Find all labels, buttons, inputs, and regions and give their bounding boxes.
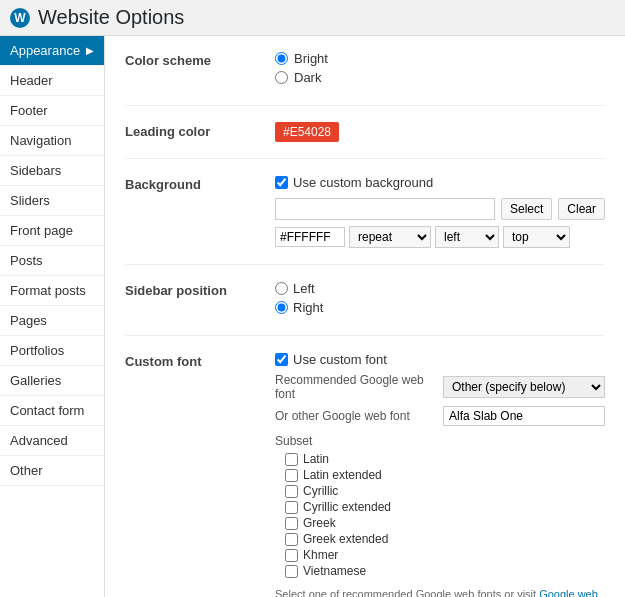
sidebar-item-footer[interactable]: Footer (0, 96, 104, 126)
sidebar-item-contact-form[interactable]: Contact form (0, 396, 104, 426)
recommended-font-select[interactable]: Other (specify below) Open Sans Roboto L… (443, 376, 605, 398)
sidebar-item-galleries[interactable]: Galleries (0, 366, 104, 396)
bg-select-button[interactable]: Select (501, 198, 552, 220)
color-scheme-label: Color scheme (125, 51, 275, 68)
subset-cyrillic-extended-text: Cyrillic extended (303, 500, 391, 514)
sidebar-item-front-page[interactable]: Front page (0, 216, 104, 246)
color-scheme-bright-text: Bright (294, 51, 328, 66)
color-scheme-dark-radio[interactable] (275, 71, 288, 84)
sidebar-item-navigation[interactable]: Navigation (0, 126, 104, 156)
subset-latin: Latin (285, 452, 605, 466)
sidebar-position-content: Left Right (275, 281, 605, 319)
sidebar-position-left-radio[interactable] (275, 282, 288, 295)
background-row: Background Use custom background Select … (125, 175, 605, 265)
subset-cyrillic-checkbox[interactable] (285, 485, 298, 498)
color-scheme-bright-label[interactable]: Bright (275, 51, 605, 66)
color-scheme-row: Color scheme Bright Dark (125, 51, 605, 106)
color-scheme-dark-label[interactable]: Dark (275, 70, 605, 85)
page-wrapper: W Website Options Appearance▶HeaderFoote… (0, 0, 625, 597)
sidebar-pos-left-text: Left (293, 281, 315, 296)
sidebar-item-posts[interactable]: Posts (0, 246, 104, 276)
bg-hex-input[interactable] (275, 227, 345, 247)
color-scheme-dark-text: Dark (294, 70, 321, 85)
subset-cyrillic: Cyrillic (285, 484, 605, 498)
bg-position-y-select[interactable]: top center bottom (503, 226, 570, 248)
subset-cyrillic-extended: Cyrillic extended (285, 500, 605, 514)
sidebar-pos-right-text: Right (293, 300, 323, 315)
leading-color-badge[interactable]: #E54028 (275, 122, 339, 142)
leading-color-label: Leading color (125, 122, 275, 139)
subset-khmer-checkbox[interactable] (285, 549, 298, 562)
subset-latin-extended-text: Latin extended (303, 468, 382, 482)
use-custom-font-label[interactable]: Use custom font (275, 352, 605, 367)
sidebar-position-label: Sidebar position (125, 281, 275, 298)
color-scheme-bright-radio[interactable] (275, 52, 288, 65)
sidebar-arrow-icon: ▶ (86, 45, 94, 56)
subset-vietnamese-checkbox[interactable] (285, 565, 298, 578)
bg-url-input[interactable] (275, 198, 495, 220)
wp-icon: W (10, 8, 30, 28)
leading-color-content: #E54028 (275, 122, 605, 142)
bg-options-row: repeat no-repeat repeat-x repeat-y left … (275, 226, 605, 248)
custom-font-label: Custom font (125, 352, 275, 369)
other-font-label: Or other Google web font (275, 409, 433, 423)
sidebar-item-header[interactable]: Header (0, 66, 104, 96)
subset-greek-text: Greek (303, 516, 336, 530)
use-custom-font-checkbox[interactable] (275, 353, 288, 366)
subset-greek-extended-checkbox[interactable] (285, 533, 298, 546)
subset-greek-extended-text: Greek extended (303, 532, 388, 546)
subset-label: Subset (275, 434, 605, 448)
subset-greek: Greek (285, 516, 605, 530)
sidebar-nav: Appearance▶HeaderFooterNavigationSidebar… (0, 36, 105, 597)
sidebar-item-sliders[interactable]: Sliders (0, 186, 104, 216)
sidebar-item-portfolios[interactable]: Portfolios (0, 336, 104, 366)
sidebar-item-format-posts[interactable]: Format posts (0, 276, 104, 306)
background-content: Use custom background Select Clear repea… (275, 175, 605, 248)
other-font-input[interactable] (443, 406, 605, 426)
bg-repeat-select[interactable]: repeat no-repeat repeat-x repeat-y (349, 226, 431, 248)
subset-khmer-text: Khmer (303, 548, 338, 562)
bg-upload-row: Select Clear (275, 198, 605, 220)
recommended-font-label: Recommended Google web font (275, 373, 433, 401)
sidebar-item-pages[interactable]: Pages (0, 306, 104, 336)
sidebar-position-right-radio[interactable] (275, 301, 288, 314)
color-scheme-content: Bright Dark (275, 51, 605, 89)
bg-position-x-select[interactable]: left center right (435, 226, 499, 248)
leading-color-row: Leading color #E54028 (125, 122, 605, 159)
custom-font-row: Custom font Use custom font Recommended … (125, 352, 605, 597)
wp-icon-letter: W (14, 11, 25, 25)
sidebar-position-left-label[interactable]: Left (275, 281, 605, 296)
page-title: Website Options (38, 6, 184, 29)
subset-vietnamese: Vietnamese (285, 564, 605, 578)
subset-cyrillic-text: Cyrillic (303, 484, 338, 498)
sidebar-item-other[interactable]: Other (0, 456, 104, 486)
custom-font-content: Use custom font Recommended Google web f… (275, 352, 605, 597)
subset-latin-checkbox[interactable] (285, 453, 298, 466)
subset-latin-extended: Latin extended (285, 468, 605, 482)
subset-latin-text: Latin (303, 452, 329, 466)
page-header: W Website Options (0, 0, 625, 36)
use-custom-font-text: Use custom font (293, 352, 387, 367)
note-before: Select one of recommended Google web fon… (275, 588, 539, 597)
sidebar-position-right-label[interactable]: Right (275, 300, 605, 315)
subset-checks: Latin Latin extended Cyrillic (285, 452, 605, 578)
subset-khmer: Khmer (285, 548, 605, 562)
main-content: Appearance▶HeaderFooterNavigationSidebar… (0, 36, 625, 597)
subset-greek-checkbox[interactable] (285, 517, 298, 530)
subset-latin-extended-checkbox[interactable] (285, 469, 298, 482)
sidebar-position-row: Sidebar position Left Right (125, 281, 605, 336)
bg-clear-button[interactable]: Clear (558, 198, 605, 220)
sidebar-item-appearance[interactable]: Appearance▶ (0, 36, 104, 66)
use-custom-bg-text: Use custom background (293, 175, 433, 190)
font-grid: Recommended Google web font Other (speci… (275, 373, 605, 426)
form-area: Color scheme Bright Dark Leading color (105, 36, 625, 597)
background-label: Background (125, 175, 275, 192)
sidebar-item-sidebars[interactable]: Sidebars (0, 156, 104, 186)
sidebar-item-advanced[interactable]: Advanced (0, 426, 104, 456)
subset-cyrillic-extended-checkbox[interactable] (285, 501, 298, 514)
google-fonts-note: Select one of recommended Google web fon… (275, 586, 605, 597)
subset-vietnamese-text: Vietnamese (303, 564, 366, 578)
subset-greek-extended: Greek extended (285, 532, 605, 546)
use-custom-bg-label[interactable]: Use custom background (275, 175, 605, 190)
use-custom-bg-checkbox[interactable] (275, 176, 288, 189)
